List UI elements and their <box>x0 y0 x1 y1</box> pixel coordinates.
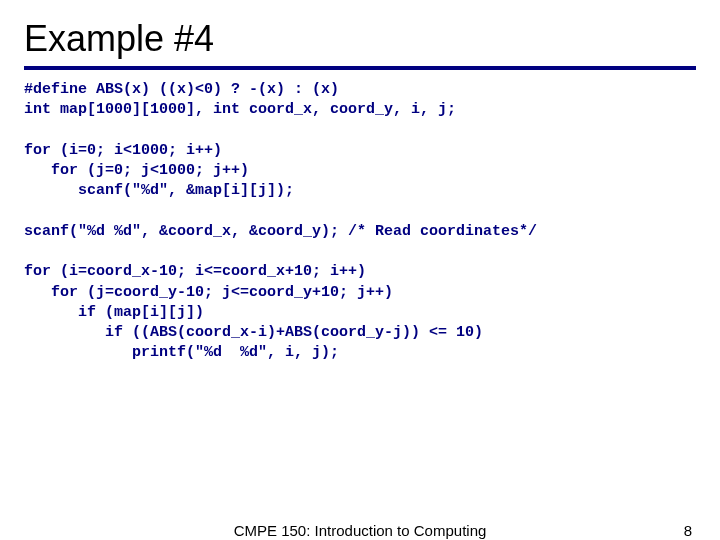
code-block: #define ABS(x) ((x)<0) ? -(x) : (x) int … <box>24 80 696 364</box>
slide-title: Example #4 <box>24 18 696 60</box>
title-underline <box>24 66 696 70</box>
footer-page-number: 8 <box>684 522 692 539</box>
footer-course: CMPE 150: Introduction to Computing <box>234 522 487 539</box>
